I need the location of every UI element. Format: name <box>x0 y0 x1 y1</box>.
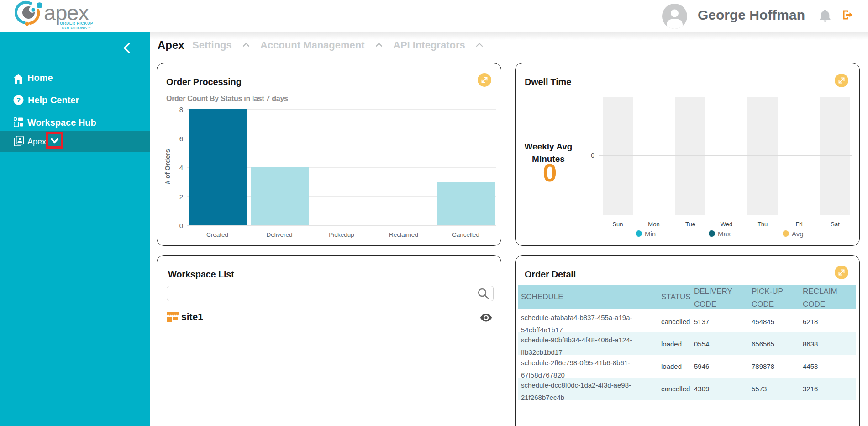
svg-text:?: ? <box>16 96 21 104</box>
svg-text:SOLUTIONS™: SOLUTIONS™ <box>62 26 91 30</box>
svg-text:ORDER PICKUP: ORDER PICKUP <box>60 21 93 26</box>
